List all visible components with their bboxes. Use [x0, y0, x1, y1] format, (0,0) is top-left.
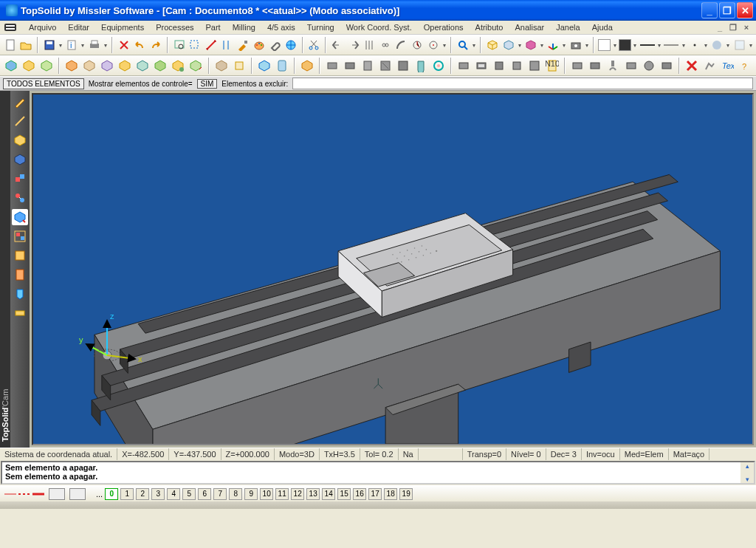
open-file-button[interactable]: [19, 37, 34, 54]
cam-part-6[interactable]: [413, 58, 429, 75]
fill-color-swatch[interactable]: [598, 39, 611, 51]
layer-0[interactable]: 0: [105, 488, 118, 500]
cam-cancel-button[interactable]: [684, 58, 700, 75]
cut-button[interactable]: [307, 37, 322, 54]
view-dropdown[interactable]: ▾: [518, 42, 523, 49]
zoom-window-button[interactable]: [172, 37, 187, 54]
cam-tool-3[interactable]: [38, 58, 55, 75]
menu-ajuda[interactable]: Ajuda: [587, 21, 618, 33]
menu-janela[interactable]: Janela: [551, 21, 585, 33]
cam-misc-4[interactable]: [623, 58, 639, 75]
transparency-dropdown[interactable]: ▾: [748, 42, 753, 49]
layer-9[interactable]: 9: [244, 488, 258, 500]
chain-button[interactable]: [378, 37, 393, 54]
cam-tool-8[interactable]: [134, 58, 151, 75]
measure1-button[interactable]: [204, 37, 219, 54]
cam-op-4[interactable]: [509, 58, 525, 75]
layer-edit-1[interactable]: [49, 488, 65, 500]
layer-2[interactable]: 2: [136, 488, 149, 500]
layer-1[interactable]: 1: [120, 488, 134, 500]
compass-button[interactable]: [410, 37, 425, 54]
linecolor-dropdown[interactable]: ▾: [633, 42, 638, 49]
palette-button[interactable]: [252, 37, 267, 54]
layer-16[interactable]: 16: [353, 488, 366, 500]
measure2-button[interactable]: [220, 37, 235, 54]
axis-dropdown[interactable]: ▾: [562, 42, 567, 49]
menu-atributo[interactable]: Atributo: [470, 21, 509, 33]
cam-tool-1[interactable]: [3, 58, 19, 75]
layer-10[interactable]: 10: [260, 488, 273, 500]
cam-misc-1[interactable]: [569, 58, 585, 75]
layer-6[interactable]: 6: [198, 488, 211, 500]
cam-robot-button[interactable]: [701, 58, 718, 75]
cam-tool-10[interactable]: [170, 58, 186, 75]
cam-tool-2[interactable]: [21, 58, 37, 75]
cam-text-button[interactable]: Text: [719, 58, 735, 75]
menu-part[interactable]: Part: [201, 21, 226, 33]
cam-part-2[interactable]: [342, 58, 358, 75]
layer-3[interactable]: 3: [151, 488, 165, 500]
redo-button[interactable]: [148, 37, 163, 54]
cam-tool-16[interactable]: [299, 58, 315, 75]
line-tool[interactable]: [12, 113, 28, 129]
cam-part-4[interactable]: [377, 58, 394, 75]
zoom-button[interactable]: [456, 37, 470, 54]
layer-19[interactable]: 19: [399, 488, 413, 500]
app-menu-icon[interactable]: [4, 24, 16, 31]
sim-toggle[interactable]: SIM: [197, 79, 218, 89]
layer-4[interactable]: 4: [167, 488, 180, 500]
render-dropdown[interactable]: ▾: [540, 42, 545, 49]
layer-18[interactable]: 18: [384, 488, 397, 500]
target-dropdown[interactable]: ▾: [441, 42, 447, 49]
nesting-tool[interactable]: [12, 228, 28, 244]
layer-14[interactable]: 14: [322, 488, 335, 500]
cam-tool-6[interactable]: [99, 58, 115, 75]
layer-15[interactable]: 15: [337, 488, 351, 500]
spread-button[interactable]: [362, 37, 377, 54]
cam-misc-3[interactable]: [605, 58, 621, 75]
target-button[interactable]: [426, 37, 441, 54]
material-button[interactable]: [709, 37, 724, 54]
cam-misc-2[interactable]: [587, 58, 603, 75]
new-file-button[interactable]: [3, 37, 18, 54]
line-style-button[interactable]: [639, 37, 656, 54]
menu-wcs[interactable]: Work Coord. Syst.: [341, 21, 417, 33]
cam-help-button[interactable]: ?: [737, 58, 753, 75]
select-button[interactable]: [188, 37, 202, 54]
cam-tool-14[interactable]: [256, 58, 272, 75]
exclude-input[interactable]: [292, 78, 753, 89]
hammer-button[interactable]: [236, 37, 250, 54]
cam-misc-5[interactable]: [641, 58, 657, 75]
save-button[interactable]: [42, 37, 57, 54]
globe-button[interactable]: [284, 37, 298, 54]
cam-part-3[interactable]: [360, 58, 376, 75]
mdi-minimize[interactable]: _: [715, 23, 725, 32]
cam-part-1[interactable]: [324, 58, 340, 75]
print-dropdown[interactable]: ▾: [103, 42, 108, 49]
cam-misc-6[interactable]: [659, 58, 675, 75]
cam-op-2[interactable]: [473, 58, 489, 75]
electrode-tool[interactable]: [12, 286, 28, 302]
axis-button[interactable]: [546, 37, 561, 54]
align-left-button[interactable]: [330, 37, 345, 54]
menu-analisar[interactable]: Analisar: [509, 21, 549, 33]
wrench-button[interactable]: [267, 37, 282, 54]
kinematics-tool[interactable]: [12, 190, 28, 206]
message-scrollbar[interactable]: ▴▾: [740, 462, 754, 483]
layer-7[interactable]: 7: [213, 488, 227, 500]
sheet-tool[interactable]: [12, 267, 28, 283]
layer-5[interactable]: 5: [182, 488, 196, 500]
todos-elementos-button[interactable]: TODOS ELEMENTOS: [3, 78, 84, 89]
layer-13[interactable]: 13: [306, 488, 320, 500]
menu-turning[interactable]: Turning: [302, 21, 340, 33]
cam-tool-13[interactable]: [231, 58, 247, 75]
camera-button[interactable]: [568, 37, 583, 54]
cam-tool-4[interactable]: [63, 58, 80, 75]
cam-op-6[interactable]: N10: [544, 58, 560, 75]
arc-button[interactable]: [394, 37, 409, 54]
box-tool[interactable]: [12, 132, 28, 148]
align-right-button[interactable]: [346, 37, 361, 54]
line-weight-button[interactable]: [663, 37, 679, 54]
material-dropdown[interactable]: ▾: [726, 42, 731, 49]
menu-editar[interactable]: Editar: [63, 21, 94, 33]
